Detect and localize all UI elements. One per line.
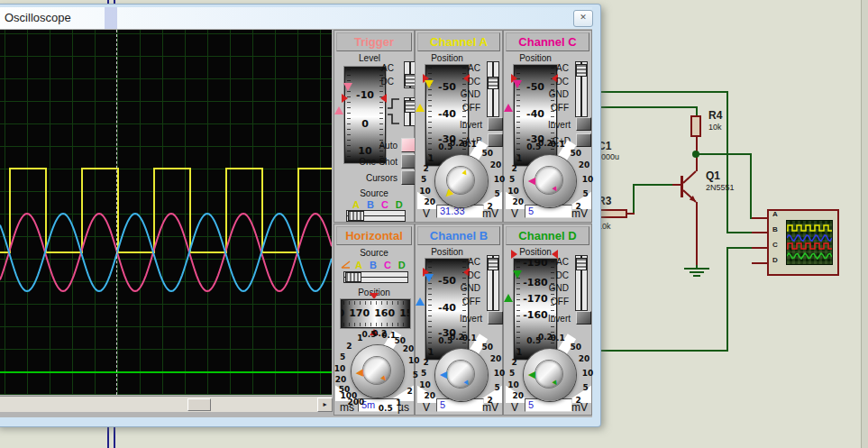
- transistor-q1[interactable]: [678, 164, 701, 209]
- dial-value: 0: [345, 118, 385, 130]
- knob-scale-label: 2: [423, 164, 428, 173]
- knob-pointer-large-icon[interactable]: ▲: [525, 175, 537, 187]
- knob-scale-label: 5: [340, 352, 345, 361]
- knob-scale-label: 5: [583, 383, 589, 392]
- source-label: Source: [334, 188, 414, 198]
- knob-scale-label: 20: [579, 354, 590, 363]
- list-item-label: D: [772, 256, 778, 271]
- scope-scrollbar[interactable]: ▸: [0, 396, 332, 412]
- trigger-source-letters: ABCD: [352, 199, 403, 210]
- knob-scale-label: 50: [481, 149, 493, 158]
- knob-scale-label: 10: [419, 187, 431, 196]
- knob-scale-label: 1: [516, 154, 522, 163]
- knob-scale-label: 2: [488, 396, 493, 405]
- scope-display[interactable]: [0, 30, 332, 395]
- knob-pointer-large-icon[interactable]: ▲: [352, 366, 366, 379]
- r4-value: 10k: [708, 123, 722, 132]
- source-channel-letter: A: [352, 199, 360, 210]
- r4-ref: R4: [708, 109, 722, 122]
- knob-scale-label: 1: [516, 348, 522, 357]
- falling-edge-icon: [387, 114, 400, 125]
- knob-scale-label: 50: [481, 343, 493, 352]
- horizontal-panel: Horizontal Source ABCD Position 80170160…: [333, 224, 415, 416]
- mini-trace-d: [787, 253, 832, 259]
- trigger-title: Trigger: [354, 35, 394, 49]
- knob-scale-label: 10: [408, 356, 420, 365]
- knob-scale-label: 50: [570, 343, 581, 352]
- knob-scale-label: 1: [396, 398, 401, 407]
- knob-scale-label: 2: [407, 387, 412, 396]
- knob-scale-label: 20: [513, 391, 525, 400]
- knob-pointer-large-icon[interactable]: ▲: [436, 369, 449, 381]
- knob-scale-label: 1: [428, 348, 434, 357]
- knob-scale-label: 10: [494, 175, 506, 184]
- knob-scale-label: 5: [495, 189, 500, 198]
- desktop: R4 10k C1 1000u Q1 2N5551 R3 10k ABCD Os…: [0, 0, 868, 448]
- knob-scale-label: 2: [488, 202, 493, 211]
- volts-unit: V: [511, 401, 518, 414]
- q1-value: 2N5551: [706, 183, 735, 192]
- auto-label: Auto: [334, 141, 397, 151]
- level-label: Level: [334, 53, 405, 63]
- window-titlebar[interactable]: Oscilloscope: [0, 7, 592, 29]
- knob-scale-label: 5: [495, 383, 500, 392]
- volts-unit: V: [423, 207, 430, 220]
- knob-scale-label: 20: [490, 354, 502, 363]
- list-item-label: DC: [358, 77, 394, 90]
- knob-scale-label: 5: [509, 369, 515, 378]
- volts-unit: V: [423, 401, 430, 414]
- resistor-r3[interactable]: [599, 209, 627, 218]
- knob-scale-label: 2: [346, 342, 352, 351]
- oscilloscope-part-screen: [786, 220, 833, 265]
- window-title: Oscilloscope: [5, 7, 71, 29]
- ground-icon: [684, 268, 709, 270]
- trigger-level-adjust-arrows[interactable]: [334, 91, 352, 107]
- knob-scale-label: 0.1: [551, 334, 565, 343]
- one-shot-label: One-Shot: [334, 157, 397, 167]
- mini-trace-b: [787, 235, 832, 242]
- resistor-r4[interactable]: [690, 115, 701, 137]
- list-item-label: AC: [358, 63, 394, 77]
- knob-scale-label: 1: [428, 154, 434, 163]
- mini-trace-a: [787, 225, 832, 231]
- list-item-label: B: [772, 225, 778, 241]
- knob-scale-label: 10: [494, 369, 506, 378]
- knob-scale-label: 0.1: [551, 140, 565, 149]
- knob-scale-label: 5: [509, 175, 515, 184]
- knob-scale-label: 2: [576, 396, 581, 405]
- oscilloscope-part-pins: ABCD: [772, 210, 778, 271]
- knob-scale-label: 20: [513, 197, 525, 206]
- close-icon[interactable]: ✕: [573, 10, 593, 27]
- knob-scale-label: 10: [334, 364, 346, 373]
- knob-scale-label: 5: [421, 175, 426, 184]
- knob-scale-label: 5: [421, 369, 426, 378]
- knob-scale-label: 10: [507, 187, 519, 196]
- channel-d-panel: Channel D Position -190-180-170-160 ACDC…: [503, 224, 592, 416]
- channel-b-panel: Channel B Position -50-40-30 ACDCGNDOFF …: [415, 224, 503, 416]
- knob-scale-label: 10: [419, 380, 431, 389]
- channel-a-panel: Channel A Position -50-40-30 ACDCGNDOFF …: [415, 30, 503, 223]
- source-slider-knob[interactable]: [348, 211, 364, 221]
- knob-scale-label: 0.1: [462, 334, 477, 343]
- knob-scale-label: 10: [507, 380, 519, 389]
- knob-scale-label: 20: [403, 344, 415, 353]
- knob-scale-label: 0.1: [462, 140, 477, 149]
- scrollbar-right-arrow-icon[interactable]: ▸: [317, 398, 333, 412]
- knob-pointer-large-icon[interactable]: ▲: [525, 369, 537, 381]
- scope-cursor-line[interactable]: [116, 30, 117, 395]
- knob-scale-label: 2: [423, 358, 428, 367]
- scrollbar-thumb[interactable]: [187, 398, 211, 411]
- list-item-label: A: [772, 210, 778, 225]
- volts-unit: V: [511, 207, 518, 220]
- source-channel-letter: C: [381, 199, 388, 210]
- knob-scale-label: 10: [582, 175, 594, 184]
- list-item-label: C: [772, 241, 778, 256]
- trigger-source-slider[interactable]: [346, 210, 406, 222]
- knob-scale-label: 5: [413, 370, 418, 379]
- source-channel-letter: B: [367, 199, 374, 210]
- knob-scale-label: 10: [582, 369, 594, 378]
- mini-waveforms: [787, 221, 832, 264]
- knob-scale-label: 20: [425, 391, 436, 400]
- channel-c-panel: Channel C Position -50-40-30 ACDCGNDOFF …: [503, 30, 592, 223]
- knob-scale-label: 20: [335, 375, 347, 384]
